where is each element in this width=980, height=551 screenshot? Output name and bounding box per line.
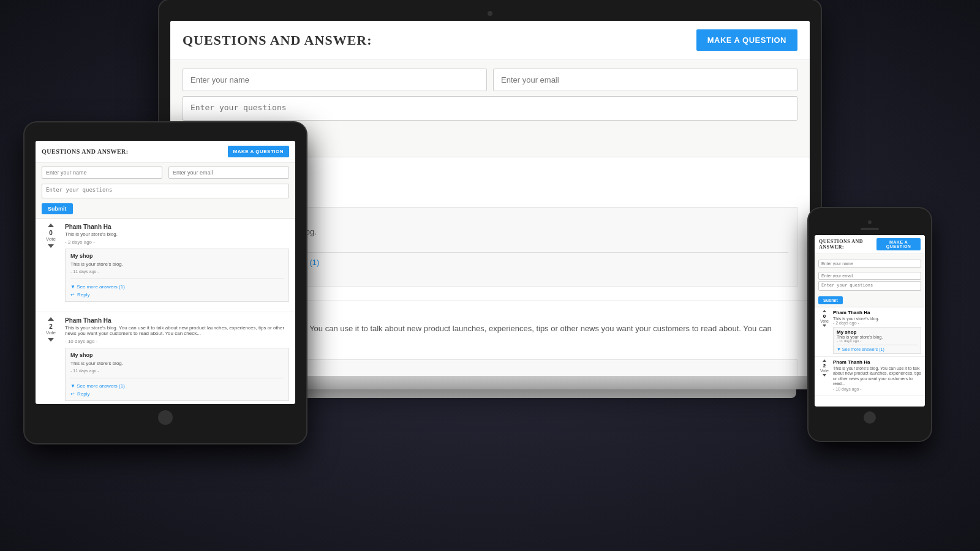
q-author-p2: Pham Thanh Ha — [833, 359, 921, 365]
answer-author-1: My shop — [231, 215, 788, 225]
vote-lbl-p2: Vote — [820, 369, 829, 373]
vote-lbl-t2: Vote — [46, 330, 56, 335]
q-col-p1: Pham Thanh Ha This is your store's blog.… — [833, 310, 921, 354]
a-box-t2: My shop This is your store's blog. - 11 … — [65, 348, 289, 401]
vote-num-p2: 2 — [823, 363, 826, 369]
submit-button-phone[interactable]: Submit — [818, 296, 843, 304]
tablet-home-button[interactable] — [158, 410, 173, 425]
q-text-t2: This is your store's blog. You can use i… — [65, 325, 289, 336]
q-time-p2: - 10 days ago - — [833, 387, 921, 391]
question-author-2: Pham Thanh Ha — [222, 309, 797, 321]
vote-col-t2: 2 Vote — [42, 317, 60, 402]
phone-camera — [868, 220, 872, 224]
list-item: 2 Vote Pham Thanh Ha This is your store'… — [815, 357, 925, 396]
question-author-1: Pham Thanh Ha — [222, 166, 797, 178]
email-input-phone[interactable] — [818, 272, 921, 280]
vote-num-t1: 0 — [49, 230, 53, 236]
vote-down-t1[interactable] — [48, 244, 54, 248]
see-more-link-1[interactable]: ▼ See more answers (1) — [231, 258, 788, 267]
qa-header-phone: QUESTIONS AND ANSWER: MAKE A QUESTION — [815, 235, 925, 254]
qa-header-laptop: QUESTIONS AND ANSWER: MAKE A QUESTION — [170, 21, 810, 60]
qa-app-phone: QUESTIONS AND ANSWER: MAKE A QUESTION Su… — [815, 235, 925, 407]
a-text-t2: This is your store's blog. — [70, 361, 284, 366]
name-input-phone[interactable] — [818, 260, 921, 268]
q-text-p2: This is your store's blog. You can use i… — [833, 366, 921, 387]
answer-box-2: My shop This is your store's blog. - 11 … — [222, 359, 797, 376]
question-content-2: Pham Thanh Ha This is your store's blog.… — [222, 309, 797, 376]
name-input-tablet[interactable] — [42, 167, 162, 179]
make-question-button-laptop[interactable]: MAKE A QUESTION — [696, 29, 797, 51]
q-text-p1: This is your store's blog. — [833, 317, 921, 321]
a-time-t2: - 11 days ago - — [70, 369, 284, 373]
scene: QUESTIONS AND ANSWER: MAKE A QUESTION Su… — [0, 0, 980, 551]
qa-title-laptop: QUESTIONS AND ANSWER: — [183, 32, 372, 48]
q-col-t1: Pham Thanh Ha This is your store's blog.… — [65, 223, 289, 307]
answer-text-1: This is your store's blog. — [231, 227, 788, 236]
submit-button-tablet[interactable]: Submit — [42, 203, 73, 214]
question-textarea-phone[interactable] — [818, 281, 921, 291]
answer-author-2: My shop — [231, 367, 788, 376]
a-text-p1: This is your store's blog. — [837, 335, 918, 339]
vote-up-t1[interactable] — [48, 223, 54, 227]
list-item: 2 Vote Pham Thanh Ha This is your store'… — [36, 312, 295, 402]
qa-form-phone: Submit — [815, 254, 925, 307]
vote-up-t2[interactable] — [48, 317, 54, 321]
vote-down-t2[interactable] — [48, 338, 54, 342]
q-author-t2: Pham Thanh Ha — [65, 317, 289, 324]
email-input-tablet[interactable] — [168, 167, 289, 179]
laptop-camera — [488, 11, 492, 16]
qa-header-tablet: QUESTIONS AND ANSWER: MAKE A QUESTION — [36, 141, 295, 163]
a-box-t1: My shop This is your store's blog. - 11 … — [65, 249, 289, 302]
a-box-p1: My shop This is your store's blog. - 11 … — [833, 327, 921, 354]
phone-screen: QUESTIONS AND ANSWER: MAKE A QUESTION Su… — [815, 235, 925, 407]
q-author-p1: Pham Thanh Ha — [833, 310, 921, 315]
question-textarea-tablet[interactable] — [42, 184, 289, 198]
q-author-t1: Pham Thanh Ha — [65, 223, 289, 230]
phone-home-button[interactable] — [864, 411, 876, 424]
vote-num-t2: 2 — [49, 323, 53, 330]
vote-col-t1: 0 Vote — [42, 223, 60, 307]
a-time-p1: - 11 days ago - — [837, 339, 918, 343]
answer-box-1: My shop This is your store's blog. - 11 … — [222, 207, 797, 287]
see-more-t1[interactable]: ▼ See more answers (1) — [70, 284, 284, 290]
list-item: 0 Vote Pham Thanh Ha This is your store'… — [815, 307, 925, 357]
question-time-1: - 2 days ago - — [222, 192, 797, 201]
q-col-p2: Pham Thanh Ha This is your store's blog.… — [833, 359, 921, 393]
vote-down-p1[interactable] — [823, 324, 826, 327]
reply-link-1[interactable]: ↩ Reply — [231, 269, 788, 279]
vote-num-p1: 0 — [823, 313, 826, 319]
question-text-1: This is your store's blog. — [222, 181, 797, 190]
a-time-t1: - 11 days ago - — [70, 269, 284, 274]
q-col-t2: Pham Thanh Ha This is your store's blog.… — [65, 317, 289, 402]
name-input-laptop[interactable] — [183, 69, 487, 91]
phone-speaker — [861, 228, 879, 230]
vote-up-p2[interactable] — [823, 359, 826, 362]
tablet-screen: QUESTIONS AND ANSWER: MAKE A QUESTION Su… — [36, 141, 295, 404]
list-item: 0 Vote Pham Thanh Ha This is your store'… — [36, 219, 295, 312]
question-text-2: This is your store's blog. You can use i… — [222, 324, 797, 342]
reply-t1[interactable]: ↩ Reply — [70, 292, 284, 298]
q-time-p1: - 2 days ago - — [833, 321, 921, 325]
a-author-p1: My shop — [837, 329, 918, 335]
make-question-button-tablet[interactable]: MAKE A QUESTION — [228, 146, 289, 157]
tablet-device: QUESTIONS AND ANSWER: MAKE A QUESTION Su… — [24, 122, 306, 443]
question-time-2: - 10 days ago - — [222, 345, 797, 353]
vote-down-p2[interactable] — [823, 374, 826, 377]
vote-col-p2: 2 Vote — [818, 359, 831, 393]
a-author-t2: My shop — [70, 352, 284, 358]
see-more-p1[interactable]: ▼ See more answers (1) — [837, 347, 918, 351]
vote-lbl-p1: Vote — [820, 319, 829, 323]
qa-list-phone: 0 Vote Pham Thanh Ha This is your store'… — [815, 307, 925, 407]
qa-title-tablet: QUESTIONS AND ANSWER: — [42, 148, 129, 155]
make-question-button-phone[interactable]: MAKE A QUESTION — [876, 238, 921, 250]
reply-t2[interactable]: ↩ Reply — [70, 391, 284, 397]
answer-time-1: - 11 days ago - — [231, 239, 788, 247]
qa-title-phone: QUESTIONS AND ANSWER: — [819, 239, 876, 250]
question-textarea-laptop[interactable] — [183, 96, 797, 121]
qa-app-tablet: QUESTIONS AND ANSWER: MAKE A QUESTION Su… — [36, 141, 295, 404]
email-input-laptop[interactable] — [493, 69, 797, 91]
a-author-t1: My shop — [70, 253, 284, 259]
see-more-t2[interactable]: ▼ See more answers (1) — [70, 383, 284, 389]
a-text-t1: This is your store's blog. — [70, 261, 284, 267]
vote-up-p1[interactable] — [823, 310, 826, 312]
